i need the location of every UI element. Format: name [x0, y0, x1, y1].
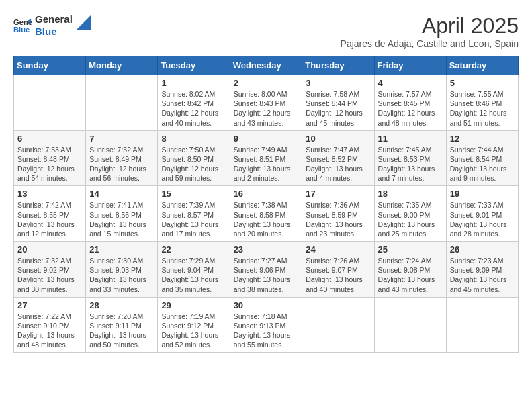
calendar-day-cell: 28Sunrise: 7:20 AM Sunset: 9:11 PM Dayli…: [86, 297, 158, 353]
day-info: Sunrise: 8:00 AM Sunset: 8:43 PM Dayligh…: [234, 89, 299, 128]
calendar-body: 1Sunrise: 8:02 AM Sunset: 8:42 PM Daylig…: [14, 75, 519, 353]
day-number: 13: [17, 189, 82, 199]
day-info: Sunrise: 7:29 AM Sunset: 9:04 PM Dayligh…: [161, 256, 226, 294]
day-number: 25: [378, 244, 443, 255]
calendar-day-cell: 27Sunrise: 7:22 AM Sunset: 9:10 PM Dayli…: [14, 297, 86, 353]
day-info: Sunrise: 7:52 AM Sunset: 8:49 PM Dayligh…: [89, 145, 154, 183]
calendar-day-cell: 14Sunrise: 7:41 AM Sunset: 8:56 PM Dayli…: [86, 186, 158, 242]
calendar-day-cell: 12Sunrise: 7:44 AM Sunset: 8:54 PM Dayli…: [446, 130, 518, 186]
calendar-day-cell: 18Sunrise: 7:35 AM Sunset: 9:00 PM Dayli…: [374, 186, 446, 242]
calendar-day-cell: 13Sunrise: 7:42 AM Sunset: 8:55 PM Dayli…: [14, 186, 86, 242]
day-info: Sunrise: 7:44 AM Sunset: 8:54 PM Dayligh…: [450, 145, 515, 183]
calendar-day-cell: 10Sunrise: 7:47 AM Sunset: 8:52 PM Dayli…: [302, 130, 374, 186]
calendar-day-cell: 1Sunrise: 8:02 AM Sunset: 8:42 PM Daylig…: [158, 75, 230, 131]
svg-marker-3: [77, 15, 91, 30]
day-number: 28: [89, 300, 154, 310]
calendar-day-cell: 25Sunrise: 7:24 AM Sunset: 9:08 PM Dayli…: [374, 242, 446, 298]
day-info: Sunrise: 7:22 AM Sunset: 9:10 PM Dayligh…: [17, 312, 82, 350]
day-info: Sunrise: 7:20 AM Sunset: 9:11 PM Dayligh…: [89, 312, 154, 350]
calendar-day-cell: 22Sunrise: 7:29 AM Sunset: 9:04 PM Dayli…: [158, 242, 230, 298]
calendar-subtitle: Pajares de Adaja, Castille and Leon, Spa…: [341, 38, 519, 49]
day-info: Sunrise: 7:27 AM Sunset: 9:06 PM Dayligh…: [234, 256, 299, 294]
day-info: Sunrise: 7:26 AM Sunset: 9:07 PM Dayligh…: [306, 256, 370, 294]
day-info: Sunrise: 7:19 AM Sunset: 9:12 PM Dayligh…: [161, 312, 226, 350]
day-info: Sunrise: 7:23 AM Sunset: 9:09 PM Dayligh…: [450, 256, 515, 294]
day-number: 6: [17, 134, 82, 144]
day-info: Sunrise: 7:50 AM Sunset: 8:50 PM Dayligh…: [161, 145, 226, 183]
day-info: Sunrise: 7:39 AM Sunset: 8:57 PM Dayligh…: [161, 200, 226, 238]
day-number: 4: [378, 78, 443, 88]
calendar-day-cell: 11Sunrise: 7:45 AM Sunset: 8:53 PM Dayli…: [374, 130, 446, 186]
calendar-day-cell: 17Sunrise: 7:36 AM Sunset: 8:59 PM Dayli…: [302, 186, 374, 242]
calendar-day-cell: [302, 297, 374, 353]
day-number: 17: [306, 189, 370, 199]
day-info: Sunrise: 7:49 AM Sunset: 8:51 PM Dayligh…: [234, 145, 299, 183]
day-of-week-header: Sunday: [14, 56, 86, 75]
calendar-day-cell: 4Sunrise: 7:57 AM Sunset: 8:45 PM Daylig…: [374, 75, 446, 131]
day-number: 10: [306, 134, 370, 144]
calendar-week-row: 27Sunrise: 7:22 AM Sunset: 9:10 PM Dayli…: [14, 297, 519, 353]
calendar-day-cell: 6Sunrise: 7:53 AM Sunset: 8:48 PM Daylig…: [14, 130, 86, 186]
calendar-week-row: 6Sunrise: 7:53 AM Sunset: 8:48 PM Daylig…: [14, 130, 519, 186]
day-info: Sunrise: 7:18 AM Sunset: 9:13 PM Dayligh…: [234, 312, 299, 350]
day-number: 2: [234, 78, 299, 88]
day-number: 29: [161, 300, 226, 310]
day-info: Sunrise: 7:30 AM Sunset: 9:03 PM Dayligh…: [89, 256, 154, 294]
day-number: 12: [450, 134, 515, 144]
day-info: Sunrise: 7:45 AM Sunset: 8:53 PM Dayligh…: [378, 145, 443, 183]
day-number: 9: [234, 134, 299, 144]
day-number: 7: [89, 134, 154, 144]
svg-text:Blue: Blue: [13, 26, 30, 34]
day-of-week-header: Monday: [86, 56, 158, 75]
calendar-day-cell: 7Sunrise: 7:52 AM Sunset: 8:49 PM Daylig…: [86, 130, 158, 186]
calendar-title: April 2025: [341, 13, 519, 38]
day-info: Sunrise: 7:58 AM Sunset: 8:44 PM Dayligh…: [306, 89, 370, 128]
calendar-day-cell: 21Sunrise: 7:30 AM Sunset: 9:03 PM Dayli…: [86, 242, 158, 298]
calendar-day-cell: 3Sunrise: 7:58 AM Sunset: 8:44 PM Daylig…: [302, 75, 374, 131]
day-number: 18: [378, 189, 443, 199]
calendar-day-cell: 29Sunrise: 7:19 AM Sunset: 9:12 PM Dayli…: [158, 297, 230, 353]
calendar-day-cell: [374, 297, 446, 353]
day-of-week-header: Wednesday: [230, 56, 302, 75]
calendar-day-cell: 5Sunrise: 7:55 AM Sunset: 8:46 PM Daylig…: [446, 75, 518, 131]
day-of-week-header: Saturday: [446, 56, 518, 75]
day-number: 27: [17, 300, 82, 310]
day-of-week-header: Tuesday: [158, 56, 230, 75]
day-info: Sunrise: 7:24 AM Sunset: 9:08 PM Dayligh…: [378, 256, 443, 294]
calendar-day-cell: [14, 75, 86, 131]
calendar-day-cell: [446, 297, 518, 353]
day-number: 5: [450, 78, 515, 88]
header: General Blue General Blue April 2025 Paj…: [13, 13, 519, 49]
day-info: Sunrise: 7:32 AM Sunset: 9:02 PM Dayligh…: [17, 256, 82, 294]
day-number: 23: [234, 244, 299, 255]
calendar-day-cell: 30Sunrise: 7:18 AM Sunset: 9:13 PM Dayli…: [230, 297, 302, 353]
day-number: 1: [161, 78, 226, 88]
calendar-day-cell: 19Sunrise: 7:33 AM Sunset: 9:01 PM Dayli…: [446, 186, 518, 242]
logo-icon: General Blue: [13, 16, 32, 35]
day-number: 16: [234, 189, 299, 199]
calendar-day-cell: 26Sunrise: 7:23 AM Sunset: 9:09 PM Dayli…: [446, 242, 518, 298]
day-number: 20: [17, 244, 82, 255]
day-number: 3: [306, 78, 370, 88]
calendar-day-cell: 8Sunrise: 7:50 AM Sunset: 8:50 PM Daylig…: [158, 130, 230, 186]
day-info: Sunrise: 7:36 AM Sunset: 8:59 PM Dayligh…: [306, 200, 370, 238]
calendar-week-row: 20Sunrise: 7:32 AM Sunset: 9:02 PM Dayli…: [14, 242, 519, 298]
calendar-day-cell: 9Sunrise: 7:49 AM Sunset: 8:51 PM Daylig…: [230, 130, 302, 186]
day-number: 30: [234, 300, 299, 310]
day-info: Sunrise: 8:02 AM Sunset: 8:42 PM Dayligh…: [161, 89, 226, 128]
day-info: Sunrise: 7:35 AM Sunset: 9:00 PM Dayligh…: [378, 200, 443, 238]
day-number: 19: [450, 189, 515, 199]
calendar-day-cell: 23Sunrise: 7:27 AM Sunset: 9:06 PM Dayli…: [230, 242, 302, 298]
calendar-week-row: 1Sunrise: 8:02 AM Sunset: 8:42 PM Daylig…: [14, 75, 519, 131]
logo: General Blue General Blue: [13, 13, 91, 38]
day-number: 24: [306, 244, 370, 255]
day-info: Sunrise: 7:57 AM Sunset: 8:45 PM Dayligh…: [378, 89, 443, 128]
day-number: 11: [378, 134, 443, 144]
day-number: 22: [161, 244, 226, 255]
calendar-day-cell: [86, 75, 158, 131]
title-area: April 2025 Pajares de Adaja, Castille an…: [341, 13, 519, 49]
day-number: 14: [89, 189, 154, 199]
day-info: Sunrise: 7:47 AM Sunset: 8:52 PM Dayligh…: [306, 145, 370, 183]
calendar-day-cell: 16Sunrise: 7:38 AM Sunset: 8:58 PM Dayli…: [230, 186, 302, 242]
calendar-day-cell: 24Sunrise: 7:26 AM Sunset: 9:07 PM Dayli…: [302, 242, 374, 298]
